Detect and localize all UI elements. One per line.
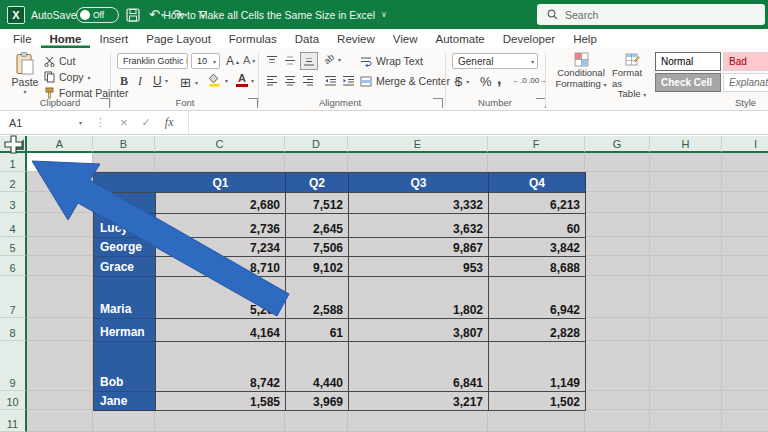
- cell-H4[interactable]: [650, 213, 722, 237]
- value-cell-grace-q3[interactable]: 953: [349, 257, 489, 277]
- cell-A2[interactable]: [27, 172, 93, 192]
- column-header-E[interactable]: E: [348, 136, 488, 153]
- name-cell-grace[interactable]: Grace: [94, 257, 156, 277]
- value-cell-herman-q1[interactable]: 4,164: [156, 319, 286, 342]
- select-all-button[interactable]: [0, 136, 27, 153]
- name-cell-herman[interactable]: Herman: [94, 319, 156, 342]
- value-cell-bob-q3[interactable]: 6,841: [349, 342, 489, 392]
- value-cell-grace-q1[interactable]: 8,710: [156, 257, 286, 277]
- cell-B11[interactable]: [93, 410, 155, 432]
- row-header-1[interactable]: 1: [0, 153, 27, 172]
- name-cell-john[interactable]: John: [94, 193, 156, 214]
- cell-H9[interactable]: [650, 341, 722, 391]
- quarter-header-q4[interactable]: Q4: [489, 173, 586, 193]
- cell-I5[interactable]: [722, 237, 768, 256]
- cell-G8[interactable]: [585, 318, 650, 341]
- cell-A3[interactable]: [27, 192, 93, 213]
- cell-I4[interactable]: [722, 213, 768, 237]
- value-cell-lucy-q3[interactable]: 3,632: [349, 214, 489, 238]
- cell-G5[interactable]: [585, 237, 650, 256]
- column-header-G[interactable]: G: [585, 136, 650, 153]
- cell-G3[interactable]: [585, 192, 650, 213]
- column-header-H[interactable]: H: [650, 136, 722, 153]
- cell-H3[interactable]: [650, 192, 722, 213]
- name-cell-maria[interactable]: Maria: [94, 277, 156, 319]
- cell-D11[interactable]: [285, 410, 348, 432]
- cell-I10[interactable]: [722, 391, 768, 410]
- cell-G2[interactable]: [585, 172, 650, 192]
- column-header-A[interactable]: A: [27, 136, 93, 153]
- value-cell-bob-q1[interactable]: 8,742: [156, 342, 286, 392]
- quarter-header-q2[interactable]: Q2: [286, 173, 349, 193]
- cell-G1[interactable]: [585, 153, 650, 172]
- column-header-C[interactable]: C: [155, 136, 285, 153]
- value-cell-bob-q2[interactable]: 4,440: [286, 342, 349, 392]
- cell-I11[interactable]: [722, 410, 768, 432]
- value-cell-george-q3[interactable]: 9,867: [349, 238, 489, 257]
- row-header-9[interactable]: 9: [0, 341, 27, 391]
- column-header-F[interactable]: F: [488, 136, 585, 153]
- value-cell-john-q4[interactable]: 6,213: [489, 193, 586, 214]
- cell-G4[interactable]: [585, 213, 650, 237]
- column-header-D[interactable]: D: [285, 136, 348, 153]
- value-cell-grace-q4[interactable]: 8,688: [489, 257, 586, 277]
- value-cell-lucy-q4[interactable]: 60: [489, 214, 586, 238]
- name-cell-bob[interactable]: Bob: [94, 342, 156, 392]
- cell-I7[interactable]: [722, 276, 768, 318]
- value-cell-george-q1[interactable]: 7,234: [156, 238, 286, 257]
- cell-A9[interactable]: [27, 341, 93, 391]
- cell-I2[interactable]: [722, 172, 768, 192]
- value-cell-lucy-q2[interactable]: 2,645: [286, 214, 349, 238]
- cell-I1[interactable]: [722, 153, 768, 172]
- value-cell-jane-q2[interactable]: 3,969: [286, 392, 349, 411]
- value-cell-jane-q4[interactable]: 1,502: [489, 392, 586, 411]
- row-header-2[interactable]: 2: [0, 172, 27, 192]
- row-header-7[interactable]: 7: [0, 276, 27, 318]
- row-header-4[interactable]: 4: [0, 213, 27, 237]
- cell-B1[interactable]: [93, 153, 155, 172]
- column-header-B[interactable]: B: [93, 136, 155, 153]
- cell-F11[interactable]: [488, 410, 585, 432]
- cell-H1[interactable]: [650, 153, 722, 172]
- value-cell-bob-q4[interactable]: 1,149: [489, 342, 586, 392]
- cell-G9[interactable]: [585, 341, 650, 391]
- quarter-header-q3[interactable]: Q3: [349, 173, 489, 193]
- row-header-11[interactable]: 11: [0, 410, 27, 432]
- cell-I8[interactable]: [722, 318, 768, 341]
- column-header-I[interactable]: I: [722, 136, 768, 153]
- cell-A4[interactable]: [27, 213, 93, 237]
- value-cell-herman-q3[interactable]: 3,807: [349, 319, 489, 342]
- name-cell-lucy[interactable]: Lucy: [94, 214, 156, 238]
- cell-H11[interactable]: [650, 410, 722, 432]
- row-header-8[interactable]: 8: [0, 318, 27, 341]
- cell-F1[interactable]: [488, 153, 585, 172]
- cell-H6[interactable]: [650, 256, 722, 276]
- value-cell-john-q1[interactable]: 2,680: [156, 193, 286, 214]
- cell-H10[interactable]: [650, 391, 722, 410]
- cell-E11[interactable]: [348, 410, 488, 432]
- cell-G6[interactable]: [585, 256, 650, 276]
- value-cell-john-q3[interactable]: 3,332: [349, 193, 489, 214]
- cell-A7[interactable]: [27, 276, 93, 318]
- cell-A5[interactable]: [27, 237, 93, 256]
- value-cell-jane-q1[interactable]: 1,585: [156, 392, 286, 411]
- cell-H5[interactable]: [650, 237, 722, 256]
- cell-C1[interactable]: [155, 153, 285, 172]
- value-cell-maria-q1[interactable]: 5,209: [156, 277, 286, 319]
- name-cell-jane[interactable]: Jane: [94, 392, 156, 411]
- cell-H8[interactable]: [650, 318, 722, 341]
- value-cell-lucy-q1[interactable]: 2,736: [156, 214, 286, 238]
- value-cell-maria-q2[interactable]: 2,588: [286, 277, 349, 319]
- cell-A11[interactable]: [27, 410, 93, 432]
- cell-A6[interactable]: [27, 256, 93, 276]
- cell-E1[interactable]: [348, 153, 488, 172]
- cell-G7[interactable]: [585, 276, 650, 318]
- value-cell-john-q2[interactable]: 7,512: [286, 193, 349, 214]
- value-cell-maria-q3[interactable]: 1,802: [349, 277, 489, 319]
- row-header-5[interactable]: 5: [0, 237, 27, 256]
- cell-A10[interactable]: [27, 391, 93, 410]
- value-cell-george-q4[interactable]: 3,842: [489, 238, 586, 257]
- active-cell-A1[interactable]: [27, 153, 93, 172]
- cell-I3[interactable]: [722, 192, 768, 213]
- cell-H2[interactable]: [650, 172, 722, 192]
